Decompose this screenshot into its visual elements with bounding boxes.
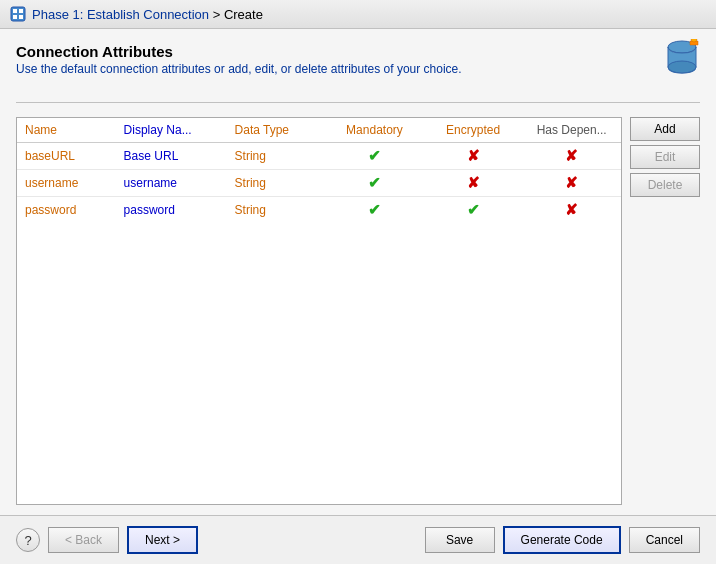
cell-datatype: String	[227, 143, 326, 170]
table-row[interactable]: password password String ✔ ✔ ✘	[17, 197, 621, 224]
delete-button[interactable]: Delete	[630, 173, 700, 197]
section-description: Use the default connection attributes or…	[16, 62, 462, 76]
next-button[interactable]: Next >	[127, 526, 198, 554]
save-button[interactable]: Save	[425, 527, 495, 553]
attributes-table-wrapper: Name Display Na... Data Type Mandatory E…	[16, 117, 622, 505]
svg-point-6	[668, 61, 696, 73]
side-buttons: Add Edit Delete	[630, 117, 700, 505]
cell-mandatory: ✔	[325, 197, 424, 224]
content-area: Name Display Na... Data Type Mandatory E…	[16, 117, 700, 505]
back-button[interactable]: < Back	[48, 527, 119, 553]
cell-encrypted: ✔	[424, 197, 523, 224]
cell-name: baseURL	[17, 143, 116, 170]
cell-display: username	[116, 170, 227, 197]
cell-hasdepen: ✘	[522, 170, 621, 197]
divider	[16, 102, 700, 103]
cell-display: Base URL	[116, 143, 227, 170]
cell-hasdepen: ✘	[522, 197, 621, 224]
database-icon	[664, 39, 700, 79]
edit-button[interactable]: Edit	[630, 145, 700, 169]
generate-code-button[interactable]: Generate Code	[503, 526, 621, 554]
main-content: Connection Attributes Use the default co…	[0, 29, 716, 515]
col-header-mandatory: Mandatory	[325, 118, 424, 143]
table-row[interactable]: baseURL Base URL String ✔ ✘ ✘	[17, 143, 621, 170]
table-row[interactable]: username username String ✔ ✘ ✘	[17, 170, 621, 197]
cell-encrypted: ✘	[424, 143, 523, 170]
header-block: Connection Attributes Use the default co…	[16, 43, 700, 84]
cell-display: password	[116, 197, 227, 224]
svg-rect-2	[19, 9, 23, 13]
col-header-datatype: Data Type	[227, 118, 326, 143]
cell-datatype: String	[227, 170, 326, 197]
attributes-table: Name Display Na... Data Type Mandatory E…	[17, 118, 621, 223]
help-button[interactable]: ?	[16, 528, 40, 552]
phase-icon	[10, 6, 26, 22]
col-header-display: Display Na...	[116, 118, 227, 143]
footer: ? < Back Next > Save Generate Code Cance…	[0, 515, 716, 564]
cell-mandatory: ✔	[325, 170, 424, 197]
cell-name: username	[17, 170, 116, 197]
col-header-encrypted: Encrypted	[424, 118, 523, 143]
svg-rect-1	[13, 9, 17, 13]
table-header-row: Name Display Na... Data Type Mandatory E…	[17, 118, 621, 143]
cell-hasdepen: ✘	[522, 143, 621, 170]
add-button[interactable]: Add	[630, 117, 700, 141]
title-phase: Phase 1: Establish Connection > Create	[32, 7, 263, 22]
title-bar: Phase 1: Establish Connection > Create	[0, 0, 716, 29]
cell-name: password	[17, 197, 116, 224]
section-title: Connection Attributes	[16, 43, 462, 60]
cell-encrypted: ✘	[424, 170, 523, 197]
col-header-name: Name	[17, 118, 116, 143]
svg-rect-3	[13, 15, 17, 19]
svg-rect-4	[19, 15, 23, 19]
cancel-button[interactable]: Cancel	[629, 527, 700, 553]
cell-datatype: String	[227, 197, 326, 224]
cell-mandatory: ✔	[325, 143, 424, 170]
col-header-hasdepen: Has Depen...	[522, 118, 621, 143]
